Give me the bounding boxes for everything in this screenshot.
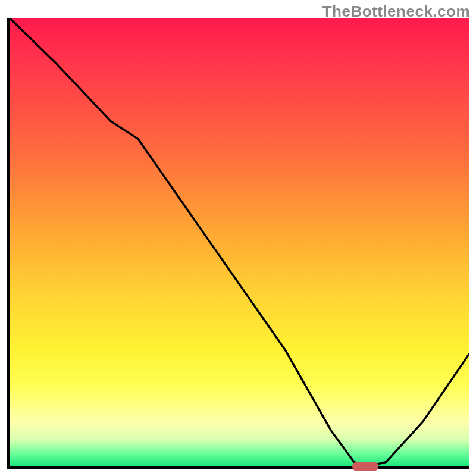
chart-canvas: TheBottleneck.com (0, 0, 476, 476)
optimal-marker (352, 462, 378, 471)
plot-area (7, 18, 469, 469)
bottleneck-curve (10, 18, 469, 466)
